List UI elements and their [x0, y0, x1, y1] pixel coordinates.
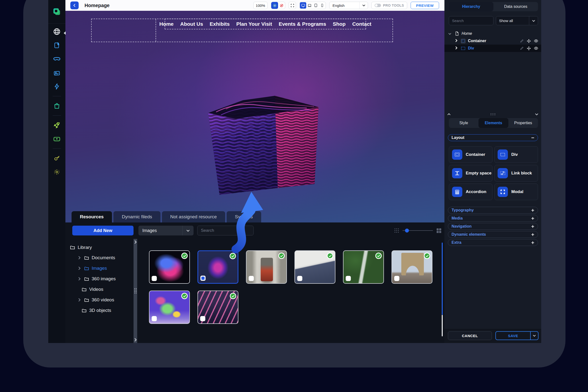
thumbnail-abstract-ribbon[interactable]: [149, 250, 190, 284]
scrollbar-thumb[interactable]: [442, 242, 443, 315]
access-key-icon[interactable]: [53, 154, 61, 162]
fullscreen-button[interactable]: [288, 2, 296, 9]
expand-plus-icon[interactable]: [531, 225, 534, 228]
visibility-eye-icon[interactable]: [534, 46, 538, 50]
element-div[interactable]: Div: [494, 146, 538, 163]
section-media[interactable]: Media: [448, 215, 538, 222]
element-modal[interactable]: Modal: [494, 184, 538, 200]
vr-goggles-icon[interactable]: [53, 55, 61, 63]
element-empty-space[interactable]: Empty space: [449, 165, 492, 182]
resource-type-select[interactable]: Images: [138, 226, 194, 236]
chevron-up-icon[interactable]: [447, 113, 450, 116]
expand-plus-icon[interactable]: [531, 241, 534, 244]
panel-splitter[interactable]: [134, 239, 137, 343]
save-button-label[interactable]: SAVE: [496, 332, 530, 340]
tree-node-div[interactable]: Div: [444, 44, 541, 52]
section-dynamic-elements[interactable]: Dynamic elements: [448, 231, 538, 238]
expand-plus-icon[interactable]: [531, 217, 534, 220]
pro-tools-toggle[interactable]: PRO TOOLS: [372, 2, 407, 9]
lightning-icon[interactable]: [53, 82, 61, 91]
tree-node-home[interactable]: Home: [444, 30, 541, 37]
preview-button[interactable]: PREVIEW: [410, 2, 439, 9]
tab-elements[interactable]: Elements: [478, 118, 508, 128]
app-logo[interactable]: [48, 0, 66, 24]
thumbnail-checkbox[interactable]: [152, 316, 157, 321]
chevron-right-icon[interactable]: [455, 39, 458, 43]
device-desktop-button[interactable]: [300, 2, 306, 8]
nav-item-about-us[interactable]: About Us: [180, 21, 203, 27]
section-layout[interactable]: Layout: [448, 134, 538, 141]
section-typography[interactable]: Typography: [448, 207, 538, 214]
folder-videos[interactable]: Videos: [82, 285, 104, 294]
visibility-off-button[interactable]: [278, 2, 285, 9]
thumbnail-size-slider[interactable]: [402, 228, 433, 233]
drag-handle-icon[interactable]: [490, 113, 496, 116]
chevron-down-icon[interactable]: [535, 113, 538, 116]
membership-card-icon[interactable]: [53, 135, 61, 143]
chevron-right-icon[interactable]: [134, 240, 137, 244]
rocket-icon[interactable]: [53, 121, 61, 129]
site-logo-placeholder[interactable]: [92, 19, 156, 42]
chevron-right-icon[interactable]: [78, 266, 82, 270]
tab-data-sources[interactable]: Data sources: [494, 2, 538, 11]
visibility-eye-icon[interactable]: [534, 39, 538, 43]
cancel-button[interactable]: CANCEL: [448, 331, 492, 340]
thumbnail-arc-de-triomphe[interactable]: [392, 250, 432, 284]
move-icon[interactable]: [527, 39, 531, 43]
panel-resize-handle[interactable]: [444, 112, 541, 117]
pages-icon[interactable]: [53, 41, 61, 50]
element-accordion[interactable]: Accordion: [449, 184, 492, 200]
device-tablet-button[interactable]: [312, 2, 319, 8]
move-icon[interactable]: [527, 46, 531, 50]
device-laptop-button[interactable]: [306, 2, 312, 8]
thumbnail-aquarium-reef[interactable]: [149, 290, 190, 324]
site-globe-icon[interactable]: [53, 28, 61, 36]
tab-dynamic-fileds[interactable]: Dynamic fileds: [114, 211, 160, 222]
chevron-right-icon[interactable]: [455, 46, 458, 50]
nav-item-exhibits[interactable]: Exhibits: [210, 21, 230, 27]
edit-pencil-icon[interactable]: [520, 46, 524, 50]
slider-knob[interactable]: [405, 228, 409, 232]
thumbnail-checkbox[interactable]: [249, 276, 254, 281]
edit-pencil-icon[interactable]: [520, 39, 524, 43]
section-extra[interactable]: Extra: [448, 239, 538, 246]
back-button[interactable]: [70, 2, 79, 9]
scrollbar-thumb[interactable]: [442, 315, 443, 336]
large-grid-icon[interactable]: [436, 228, 442, 233]
element-container[interactable]: Container: [449, 146, 492, 163]
nav-item-shop[interactable]: Shop: [333, 21, 346, 27]
show-all-select[interactable]: Show all: [496, 16, 538, 25]
tree-node-container[interactable]: Container: [444, 37, 541, 44]
thumbnail-checkbox[interactable]: [346, 276, 351, 281]
thumbnail-snowy-mountain[interactable]: [294, 250, 336, 284]
tab-resources[interactable]: Resources: [72, 211, 112, 222]
shop-bag-icon[interactable]: [53, 102, 61, 110]
chevron-right-icon[interactable]: [78, 277, 82, 280]
device-phone-button[interactable]: [319, 2, 325, 8]
settings-gear-icon[interactable]: [53, 168, 61, 176]
nav-item-home[interactable]: Home: [159, 21, 174, 27]
section-navigation[interactable]: Navigation: [448, 223, 538, 230]
language-select[interactable]: English: [329, 2, 368, 9]
folder-360-videos[interactable]: 360 videos: [78, 296, 114, 304]
expand-plus-icon[interactable]: [531, 233, 534, 236]
chevron-right-icon[interactable]: [78, 256, 82, 260]
thumbnail-forest-road[interactable]: [343, 250, 384, 284]
thumbnail-neon-wave-cube[interactable]: [198, 250, 238, 284]
folder-360-images[interactable]: 360 images: [78, 275, 116, 283]
chevron-down-icon[interactable]: [448, 31, 451, 36]
tab-style[interactable]: Style: [449, 118, 478, 128]
folder-images[interactable]: Images: [78, 264, 107, 272]
drag-handle-icon[interactable]: [134, 288, 137, 294]
nav-item-plan-your-visit[interactable]: Plan Your Visit: [236, 21, 272, 27]
site-nav-menu[interactable]: Home About Us Exhibits Plan Your Visit E…: [165, 18, 366, 30]
thumbnail-checkbox[interactable]: [200, 276, 206, 281]
nav-item-events-programs[interactable]: Events & Programs: [278, 21, 326, 27]
thumbnail-tram-in-snow[interactable]: [246, 250, 287, 284]
library-root[interactable]: Library: [70, 243, 92, 252]
thumbnail-checkbox[interactable]: [394, 276, 399, 281]
folder-3d-objects[interactable]: 3D objects: [82, 306, 111, 314]
tab-not-assigned-resource[interactable]: Not assigned resource: [162, 211, 225, 222]
tab-hierarchy[interactable]: Hierarchy: [449, 2, 494, 11]
visibility-on-button[interactable]: [271, 2, 278, 9]
